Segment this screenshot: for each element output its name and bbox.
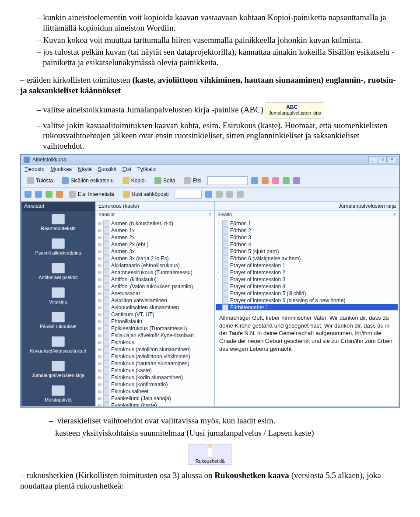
expand-icon[interactable]: · (217, 242, 220, 247)
folder-item[interactable]: ⊞Aviopuolisoiden siunaaminen (97, 304, 213, 311)
content-item[interactable]: ·Förbön 3 (216, 234, 398, 241)
expand-icon[interactable]: · (217, 277, 220, 282)
expand-icon[interactable]: ⊞ (98, 249, 102, 254)
expand-icon[interactable]: ⊞ (98, 361, 102, 366)
content-item[interactable]: ·Förbön 1 (216, 220, 398, 227)
expand-icon[interactable]: · (217, 263, 220, 268)
sidebar-item[interactable]: Raamatuntekstit (21, 211, 95, 235)
content-item[interactable]: ·Prayer of intercession 2 (216, 269, 398, 276)
folder-item[interactable]: ⊞Esirukous (97, 339, 213, 346)
tool-icon-3[interactable] (272, 177, 279, 184)
folder-item[interactable]: ⊞Avioliiton vahvistaminen (97, 297, 213, 304)
expand-icon[interactable]: ⊞ (98, 270, 102, 275)
expand-icon[interactable]: ⊞ (98, 242, 102, 247)
menu-etsi[interactable]: Etsi (122, 166, 131, 172)
search-internet-button[interactable]: Etsi Internetistä (66, 189, 117, 199)
expand-icon[interactable]: ⊞ (98, 319, 102, 324)
expand-icon[interactable]: ⊞ (98, 326, 102, 331)
expand-icon[interactable]: · (217, 249, 220, 254)
folder-item[interactable]: ⊞Epikleesirukous (Tuomasmessu) (97, 325, 213, 332)
folder-item[interactable]: ⊞Akklamaatio (ehtoollisrukous) (97, 262, 213, 269)
expand-icon[interactable]: ⊞ (98, 277, 102, 282)
expand-icon[interactable]: ⊞ (98, 396, 102, 401)
sidebar-item[interactable]: Antifoniset psalmit (21, 260, 95, 284)
content-item[interactable]: ·Prayer of intercession 4 (216, 283, 398, 290)
folder-item[interactable]: ⊞Antifoni (Valon rukouksen psalmiin) (97, 283, 213, 290)
expand-icon[interactable]: ⊞ (98, 221, 102, 226)
copy-button[interactable]: Kopioi (120, 176, 148, 185)
folder-item[interactable]: ⊞Anamneesirukous (Tuomasmessu) (97, 269, 213, 276)
folder-item[interactable]: ⊞Ehtoollislaulu (97, 318, 213, 325)
folder-item[interactable]: ⊞Canticum (VT, UT) (97, 311, 213, 318)
folder-item[interactable]: ⊞Asetussanat (97, 290, 213, 297)
expand-icon[interactable]: ⊞ (98, 228, 102, 233)
menu-nayta[interactable]: Näytä (78, 166, 91, 172)
print-button[interactable]: Tulosta (24, 176, 56, 185)
folder-item[interactable]: ⊞Esilaulajan sävelmät Kyrie-litaniaan (97, 332, 213, 339)
play-button[interactable]: Soita (152, 176, 178, 185)
new-email-button[interactable]: Uusi sähköposti (120, 189, 172, 199)
sidebar-item[interactable]: Muistopäivät (21, 382, 95, 406)
expand-icon[interactable]: ⊞ (98, 340, 102, 345)
folder-item[interactable]: ⊞Esirukous (hautaan siunaaminen) (97, 360, 213, 367)
tool-icon-7[interactable] (226, 191, 233, 198)
sidebar-item[interactable]: Psalmit alleviivattuina (21, 235, 95, 260)
content-item[interactable]: ·Förbön 4 (216, 241, 398, 248)
folder-item[interactable]: ⊞Esirukous (kaste) (97, 367, 213, 374)
expand-icon[interactable]: · (217, 235, 220, 240)
expand-icon[interactable]: ⊞ (98, 382, 102, 387)
expand-icon[interactable]: ⊞ (98, 354, 102, 359)
nav-fwd-icon[interactable] (35, 191, 42, 198)
folder-item[interactable]: ⊞Aamen 3x (97, 248, 213, 255)
tool-icon-6[interactable] (216, 191, 223, 198)
content-item[interactable]: ·Prayer of intercession 6 (blessing of a… (216, 297, 398, 304)
expand-icon[interactable]: ⊞ (98, 235, 102, 240)
expand-icon[interactable]: ⊞ (98, 256, 102, 261)
folder-item[interactable]: ⊞Esirukous (konfirmaatio) (97, 381, 213, 388)
expand-icon[interactable]: ⊞ (98, 403, 102, 406)
folder-item[interactable]: ⊞Aamen 2x (97, 234, 213, 241)
menu-tiedosto[interactable]: Tiedosto (24, 166, 45, 172)
content-item[interactable]: ·Förbön 6 (välsignelse av hem) (216, 255, 398, 262)
folder-item[interactable]: ⊞Aamen 1x (97, 227, 213, 234)
content-item[interactable]: ·Prayer of intercession 5 (ill child) (216, 290, 398, 297)
close-button[interactable]: × (388, 156, 396, 163)
folder-item[interactable]: ⊞Antifoni (kiitoslaulu) (97, 276, 213, 283)
menu-muokkaa[interactable]: Muokkaa (51, 166, 72, 172)
folder-item[interactable]: ⊞Aamen 3x (sarja 2 in Es) (97, 255, 213, 262)
folder-item[interactable]: ⊞Evankeliumi (Jain sanoja) (97, 395, 213, 402)
content-item[interactable]: ·Fürbittengebet 1 (216, 304, 398, 311)
nav-refresh-icon[interactable] (46, 191, 52, 198)
tool-icon-1[interactable] (251, 177, 258, 184)
expand-icon[interactable]: ⊞ (98, 312, 102, 317)
folder-item[interactable]: ⊞Esirukousaiheet (97, 388, 213, 395)
word-icon[interactable] (205, 191, 212, 198)
menu-tyokalut[interactable]: Työkalut (137, 166, 157, 172)
nav-stop-icon[interactable] (56, 191, 63, 198)
sidebar-item[interactable]: Päivän rukoukset (21, 309, 95, 333)
expand-icon[interactable]: ⊞ (98, 368, 102, 373)
folder-item[interactable]: ⊞Esirukous (avioliiton siunaaminen) (97, 346, 213, 353)
minimize-button[interactable]: _ (368, 156, 377, 163)
preview-button[interactable]: Sisällön esikatselu (59, 176, 116, 185)
close-icon[interactable]: × (393, 212, 396, 217)
expand-icon[interactable]: · (217, 291, 220, 296)
toolbar-input[interactable] (175, 190, 202, 199)
folder-item[interactable]: ⊞Aamen (rukoushetket, d-d) (97, 220, 213, 227)
content-item[interactable]: ·Förbön 2 (216, 227, 398, 234)
sidebar-item[interactable]: Kuvaukset/virsisuositukset (21, 333, 95, 358)
expand-icon[interactable]: ⊞ (98, 333, 102, 338)
close-icon[interactable]: × (209, 212, 211, 217)
expand-icon[interactable]: ⊞ (98, 284, 102, 289)
folder-item[interactable]: ⊞Evankeliumi (kaste) (97, 402, 213, 406)
folder-item[interactable]: ⊞Esirukous (kodin siunaaminen) (97, 374, 213, 381)
expand-icon[interactable]: · (217, 256, 220, 261)
expand-icon[interactable]: · (217, 305, 220, 310)
expand-icon[interactable]: · (217, 228, 220, 233)
content-item[interactable]: ·Prayer of intercession 1 (216, 262, 398, 269)
expand-icon[interactable]: ⊞ (98, 347, 102, 352)
expand-icon[interactable]: · (217, 221, 220, 226)
nav-back-icon[interactable] (24, 191, 32, 198)
expand-icon[interactable]: ⊞ (98, 263, 102, 268)
expand-icon[interactable]: ⊞ (98, 389, 102, 394)
